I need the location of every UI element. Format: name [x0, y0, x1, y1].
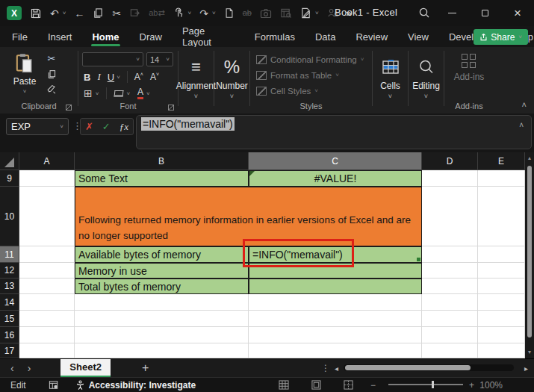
- undo-icon[interactable]: ↶: [50, 8, 59, 19]
- cell-c11-active[interactable]: =INFO("memavail"): [249, 246, 422, 263]
- row-header-14[interactable]: 14: [0, 294, 19, 311]
- cell-a14[interactable]: [19, 294, 75, 311]
- page-layout-view-icon[interactable]: [311, 380, 321, 390]
- cell-e12[interactable]: [478, 263, 525, 279]
- cell-c16[interactable]: [249, 327, 422, 343]
- cell-a15[interactable]: [19, 311, 75, 327]
- select-all-button[interactable]: [0, 152, 19, 170]
- ribbon-copy-icon[interactable]: [47, 69, 57, 79]
- cell-a11[interactable]: [19, 246, 75, 263]
- tab-data[interactable]: Data: [314, 28, 336, 46]
- number-group-button[interactable]: % Number ˅: [214, 47, 249, 113]
- add-sheet-icon[interactable]: +: [142, 361, 149, 375]
- cell-b14[interactable]: [75, 294, 249, 311]
- tab-home[interactable]: Home: [91, 28, 119, 46]
- page-break-view-icon[interactable]: [344, 380, 353, 390]
- row-header-16[interactable]: 16: [0, 327, 19, 343]
- italic-button[interactable]: I: [97, 71, 100, 83]
- row-header-10[interactable]: 10: [0, 187, 19, 246]
- row-header-11[interactable]: 11: [0, 246, 19, 263]
- cell-d14[interactable]: [422, 294, 478, 311]
- column-header-b[interactable]: B: [75, 152, 249, 170]
- paste-button[interactable]: Paste ˅: [9, 53, 40, 95]
- cell-e10[interactable]: [478, 187, 525, 246]
- horizontal-scroll-thumb[interactable]: [345, 365, 471, 370]
- fill-color-button[interactable]: [114, 90, 124, 97]
- cell-d11[interactable]: [422, 246, 478, 263]
- font-color-chevron-icon[interactable]: ˅: [146, 90, 150, 97]
- zoom-slider-thumb[interactable]: [432, 381, 434, 388]
- cell-c9[interactable]: #VALUE!: [249, 170, 422, 187]
- cell-a12[interactable]: [19, 263, 75, 279]
- cell-b16[interactable]: [75, 327, 249, 343]
- cell-e14[interactable]: [478, 294, 525, 311]
- cell-b17[interactable]: [75, 343, 249, 358]
- cell-b12[interactable]: Memory in use: [75, 263, 249, 279]
- cell-c14[interactable]: [249, 294, 422, 311]
- underline-chevron-icon[interactable]: ˅: [117, 74, 120, 81]
- cell-b9[interactable]: Some Text: [75, 170, 249, 187]
- insert-function-button[interactable]: ƒx: [119, 121, 128, 133]
- vertical-scrollbar[interactable]: ▴ ▾: [525, 152, 534, 358]
- vertical-scroll-thumb[interactable]: [527, 166, 532, 337]
- row-header-9[interactable]: 9: [0, 170, 19, 187]
- increase-font-button[interactable]: A˄: [134, 72, 143, 82]
- cell-c12[interactable]: [249, 263, 422, 279]
- cell-a10[interactable]: [19, 187, 75, 246]
- cell-d13[interactable]: [422, 279, 478, 294]
- cell-a16[interactable]: [19, 327, 75, 343]
- clipboard-dialog-launcher-icon[interactable]: [66, 105, 72, 111]
- bold-button[interactable]: B: [84, 72, 90, 83]
- edit-document-chevron-icon[interactable]: ˅: [315, 10, 319, 16]
- cells-group-button[interactable]: Cells ˅: [373, 47, 408, 113]
- borders-button[interactable]: ⊞: [84, 87, 93, 99]
- ribbon-cut-icon[interactable]: ✂: [48, 53, 56, 64]
- cut-icon[interactable]: ✂: [112, 8, 121, 19]
- tab-formulas[interactable]: Formulas: [254, 28, 296, 46]
- undo-chevron-icon[interactable]: ˅: [63, 10, 66, 16]
- tab-view[interactable]: View: [407, 28, 429, 46]
- prev-sheet-icon[interactable]: ‹: [10, 362, 14, 374]
- editing-group-button[interactable]: Editing ˅: [409, 47, 444, 113]
- search-icon[interactable]: [418, 7, 430, 19]
- zoom-out-icon[interactable]: −: [370, 380, 376, 391]
- formula-bar-collapse-icon[interactable]: ˄: [519, 121, 524, 129]
- cell-c17[interactable]: [249, 343, 422, 358]
- row-header-17[interactable]: 17: [0, 343, 19, 358]
- macro-record-icon[interactable]: [49, 380, 59, 390]
- accessibility-status[interactable]: Accessibility: Investigate: [75, 380, 196, 391]
- redo-icon[interactable]: ↷: [199, 8, 208, 19]
- tab-file[interactable]: File: [11, 28, 28, 46]
- hscroll-left-icon[interactable]: ◂: [335, 364, 338, 373]
- copy-icon[interactable]: [93, 7, 104, 19]
- fill-color-chevron-icon[interactable]: ˅: [126, 90, 130, 97]
- cell-b15[interactable]: [75, 311, 249, 327]
- tab-draw[interactable]: Draw: [139, 28, 163, 46]
- save-icon[interactable]: [30, 7, 42, 19]
- scroll-up-icon[interactable]: ▴: [528, 155, 531, 161]
- cell-e11[interactable]: [478, 246, 525, 263]
- underline-button[interactable]: U: [108, 72, 114, 83]
- tab-review[interactable]: Review: [355, 28, 388, 46]
- column-header-c[interactable]: C: [249, 152, 422, 170]
- cell-d10[interactable]: [422, 187, 478, 246]
- font-dialog-launcher-icon[interactable]: [168, 105, 174, 111]
- cell-e17[interactable]: [478, 343, 525, 358]
- row-header-13[interactable]: 13: [0, 279, 19, 294]
- scroll-down-icon[interactable]: ▾: [528, 349, 531, 355]
- paste-chevron-icon[interactable]: ˅: [9, 88, 40, 95]
- cell-b13[interactable]: Total bytes of memory: [75, 279, 249, 294]
- confirm-entry-button[interactable]: ✓: [102, 121, 111, 132]
- column-header-d[interactable]: D: [422, 152, 478, 170]
- touch-mode-icon[interactable]: [173, 7, 184, 19]
- cell-e16[interactable]: [478, 327, 525, 343]
- back-arrow-icon[interactable]: ←: [74, 8, 84, 19]
- row-header-12[interactable]: 12: [0, 263, 19, 279]
- borders-chevron-icon[interactable]: ˅: [96, 90, 99, 97]
- decrease-font-button[interactable]: A˅: [150, 72, 159, 82]
- sheet-tab-sheet2[interactable]: Sheet2: [60, 359, 111, 378]
- cell-b11[interactable]: Available bytes of memory: [75, 246, 249, 263]
- edit-document-icon[interactable]: [300, 7, 311, 19]
- collapse-ribbon-icon[interactable]: ˄: [522, 100, 527, 109]
- excel-logo-icon[interactable]: X: [7, 6, 22, 20]
